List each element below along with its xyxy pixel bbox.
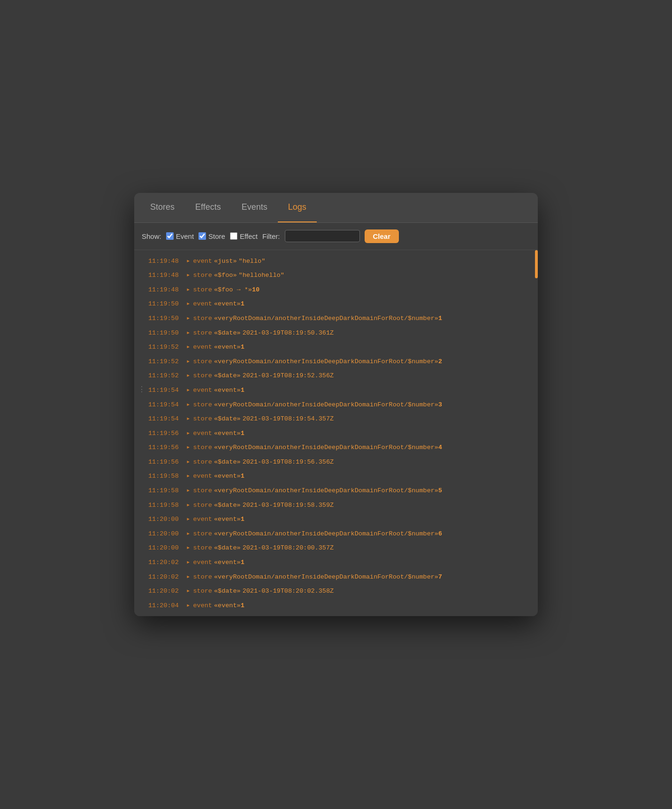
log-timestamp: 11:19:52 (148, 342, 183, 352)
log-value: 4 (438, 443, 442, 453)
log-entry: 11:20:02 ▸ event «event» 1 (134, 555, 538, 570)
log-timestamp: 11:20:02 (148, 586, 183, 596)
clear-button[interactable]: Clear (365, 229, 399, 243)
log-area[interactable]: 11:19:48 ▸ event «just» "hello"11:19:48 … (134, 250, 538, 617)
event-checkbox-label[interactable]: Event (166, 232, 194, 240)
log-value: 1 (241, 428, 244, 439)
log-arrow-icon: ▸ (186, 328, 190, 338)
log-timestamp: 11:19:58 (148, 486, 183, 496)
log-name: «event» (214, 601, 241, 611)
log-type: store (193, 500, 212, 511)
log-name: «$date» (214, 457, 241, 467)
log-type: store (193, 543, 212, 553)
log-entry: 11:19:54 ▸ store «$date» 2021-03-19T08:1… (134, 412, 538, 426)
log-type: store (193, 572, 212, 582)
event-checkbox[interactable] (166, 232, 174, 240)
filter-label: Filter: (262, 232, 280, 240)
filter-bar: Show: Event Store Effect Filter: Clear (134, 223, 538, 250)
log-name: «just» (214, 256, 237, 267)
log-name: «veryRootDomain/anotherInsideDeepDarkDom… (214, 313, 438, 324)
log-name: «event» (214, 342, 241, 352)
log-arrow-icon: ▸ (186, 399, 190, 410)
log-name: «$foo → *» (214, 285, 252, 295)
log-arrow-icon: ▸ (186, 298, 190, 309)
log-arrow-icon: ▸ (186, 428, 190, 438)
log-timestamp: 11:19:56 (148, 443, 183, 453)
log-timestamp: 11:19:48 (148, 256, 183, 267)
log-arrow-icon: ▸ (186, 600, 190, 611)
log-entry: 11:19:56 ▸ store «$date» 2021-03-19T08:1… (134, 455, 538, 469)
log-entry: 11:19:50 ▸ event «event» 1 (134, 297, 538, 311)
log-arrow-icon: ▸ (186, 256, 190, 266)
log-name: «event» (214, 299, 241, 309)
filter-input[interactable] (285, 230, 360, 242)
store-checkbox[interactable] (199, 232, 206, 240)
log-value: 1 (241, 557, 244, 568)
tab-logs[interactable]: Logs (278, 193, 317, 222)
log-timestamp: 11:20:00 (148, 529, 183, 539)
log-timestamp: 11:19:48 (148, 270, 183, 281)
log-entry: 11:19:56 ▸ event «event» 1 (134, 426, 538, 441)
log-arrow-icon: ▸ (186, 342, 190, 352)
log-timestamp: 11:19:52 (148, 371, 183, 381)
tab-effects[interactable]: Effects (185, 193, 231, 222)
log-value: "hello" (239, 256, 266, 267)
log-type: event (193, 385, 212, 396)
log-entry: 11:19:58 ▸ event «event» 1 (134, 469, 538, 483)
log-type: store (193, 486, 212, 496)
tab-stores[interactable]: Stores (140, 193, 185, 222)
show-label: Show: (142, 232, 161, 240)
log-name: «$date» (214, 414, 241, 424)
log-entry: 11:20:04 ▸ event «event» 1 (134, 598, 538, 613)
log-arrow-icon: ▸ (186, 557, 190, 567)
log-timestamp: 11:19:54 (148, 400, 183, 410)
log-value: 1 (241, 601, 244, 611)
log-value: 1 (241, 471, 244, 481)
log-type: store (193, 313, 212, 324)
log-arrow-icon: ▸ (186, 485, 190, 496)
effect-checkbox-label[interactable]: Effect (230, 232, 258, 240)
log-entry: 11:19:52 ▸ event «event» 1 (134, 340, 538, 354)
log-entry: 11:19:52 ▸ store «veryRootDomain/another… (134, 354, 538, 369)
log-type: store (193, 285, 212, 295)
log-name: «$date» (214, 371, 241, 381)
log-arrow-icon: ▸ (186, 370, 190, 381)
log-name: «veryRootDomain/anotherInsideDeepDarkDom… (214, 443, 438, 453)
log-type: event (193, 601, 212, 611)
log-value: 2021-03-19T08:20:00.357Z (243, 543, 334, 553)
log-name: «event» (214, 385, 241, 396)
log-timestamp: 11:19:48 (148, 285, 183, 295)
log-value: 2021-03-19T08:19:54.357Z (243, 414, 334, 424)
log-entry: 11:19:58 ▸ store «veryRootDomain/another… (134, 483, 538, 498)
log-arrow-icon: ▸ (186, 385, 190, 395)
log-type: store (193, 270, 212, 281)
log-type: store (193, 586, 212, 596)
log-arrow-icon: ▸ (186, 356, 190, 366)
log-name: «veryRootDomain/anotherInsideDeepDarkDom… (214, 486, 438, 496)
log-type: store (193, 529, 212, 539)
log-name: «$date» (214, 543, 241, 553)
log-entry: 11:20:00 ▸ event «event» 1 (134, 512, 538, 527)
effect-checkbox[interactable] (230, 232, 237, 240)
log-type: event (193, 471, 212, 481)
log-timestamp: 11:19:50 (148, 313, 183, 324)
log-name: «$date» (214, 500, 241, 511)
tab-events[interactable]: Events (231, 193, 278, 222)
log-timestamp: 11:19:50 (148, 299, 183, 309)
log-type: store (193, 457, 212, 467)
log-type: event (193, 557, 212, 568)
log-type: event (193, 428, 212, 439)
log-type: event (193, 256, 212, 267)
log-value: 2021-03-19T08:20:02.358Z (243, 586, 334, 596)
log-timestamp: 11:19:58 (148, 500, 183, 511)
log-arrow-icon: ▸ (186, 313, 190, 323)
log-type: store (193, 400, 212, 410)
store-checkbox-label[interactable]: Store (199, 232, 225, 240)
log-arrow-icon: ▸ (186, 572, 190, 582)
log-timestamp: 11:19:50 (148, 328, 183, 338)
tab-bar: Stores Effects Events Logs (134, 193, 538, 223)
log-name: «event» (214, 557, 241, 568)
log-value: 2 (438, 357, 442, 367)
log-type: event (193, 342, 212, 352)
log-arrow-icon: ▸ (186, 586, 190, 596)
